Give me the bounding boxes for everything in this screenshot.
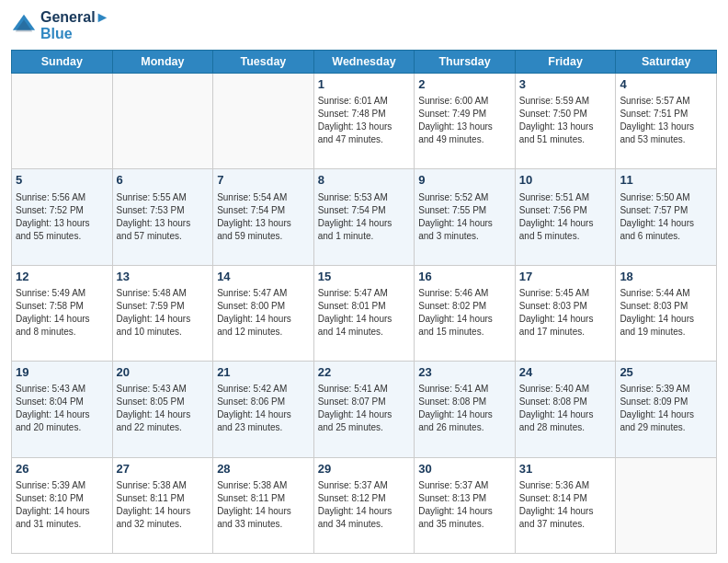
page: General► Blue SundayMondayTuesdayWednesd…: [0, 0, 728, 563]
day-info-line: Daylight: 14 hours: [418, 505, 511, 518]
day-info-line: Daylight: 14 hours: [519, 408, 612, 421]
day-number: 30: [418, 461, 511, 477]
weekday-header-sunday: Sunday: [12, 51, 113, 74]
day-info-line: Daylight: 14 hours: [519, 505, 612, 518]
day-info-line: Sunrise: 5:53 AM: [318, 191, 411, 204]
calendar-cell: 7Sunrise: 5:54 AMSunset: 7:54 PMDaylight…: [213, 169, 314, 265]
calendar-cell: [213, 74, 314, 169]
day-info-line: Daylight: 14 hours: [318, 505, 411, 518]
day-info-line: Daylight: 14 hours: [418, 313, 511, 326]
day-info-line: Sunrise: 5:43 AM: [16, 383, 108, 396]
weekday-header-thursday: Thursday: [415, 51, 516, 74]
day-info-line: Daylight: 13 hours: [117, 217, 210, 230]
day-info-line: Sunset: 8:07 PM: [318, 396, 411, 408]
day-info-line: Sunset: 8:00 PM: [217, 300, 310, 313]
calendar-cell: 1Sunrise: 6:01 AMSunset: 7:48 PMDaylight…: [313, 74, 415, 169]
day-info-line: and 33 minutes.: [217, 518, 310, 531]
day-info-line: Daylight: 14 hours: [217, 408, 310, 421]
day-info-line: Sunset: 8:11 PM: [217, 492, 310, 505]
calendar-week-row: 5Sunrise: 5:56 AMSunset: 7:52 PMDaylight…: [12, 169, 717, 265]
day-info-line: and 53 minutes.: [620, 133, 712, 146]
day-info-line: Daylight: 14 hours: [418, 408, 511, 421]
day-number: 3: [519, 76, 612, 93]
day-info-line: Daylight: 14 hours: [620, 217, 712, 230]
calendar-cell: 11Sunrise: 5:50 AMSunset: 7:57 PMDayligh…: [616, 169, 717, 265]
day-info-line: and 10 minutes.: [117, 326, 210, 339]
day-info-line: Sunset: 7:58 PM: [16, 300, 108, 313]
day-info-line: Sunset: 8:04 PM: [16, 396, 108, 408]
day-info-line: and 37 minutes.: [519, 518, 612, 531]
calendar-cell: [112, 74, 213, 169]
day-info-line: and 3 minutes.: [418, 230, 511, 243]
calendar-table: SundayMondayTuesdayWednesdayThursdayFrid…: [11, 50, 717, 554]
day-info-line: Daylight: 14 hours: [318, 313, 411, 326]
calendar-cell: 10Sunrise: 5:51 AMSunset: 7:56 PMDayligh…: [515, 169, 616, 265]
day-info-line: and 29 minutes.: [620, 421, 712, 434]
day-number: 21: [217, 364, 310, 381]
calendar-cell: 29Sunrise: 5:37 AMSunset: 8:12 PMDayligh…: [313, 457, 415, 553]
calendar-week-row: 1Sunrise: 6:01 AMSunset: 7:48 PMDaylight…: [12, 74, 717, 169]
day-info-line: Sunset: 8:13 PM: [418, 492, 511, 505]
calendar-week-row: 19Sunrise: 5:43 AMSunset: 8:04 PMDayligh…: [12, 362, 717, 457]
day-info-line: Sunset: 7:49 PM: [418, 108, 511, 121]
calendar-cell: [12, 74, 113, 169]
day-info-line: Daylight: 14 hours: [519, 313, 612, 326]
day-info-line: Daylight: 14 hours: [318, 217, 411, 230]
calendar-cell: 30Sunrise: 5:37 AMSunset: 8:13 PMDayligh…: [415, 457, 516, 553]
weekday-header-row: SundayMondayTuesdayWednesdayThursdayFrid…: [12, 51, 717, 74]
day-info-line: Sunset: 8:06 PM: [217, 396, 310, 408]
day-number: 12: [16, 269, 108, 285]
day-number: 16: [418, 269, 511, 285]
day-info-line: Sunrise: 5:40 AM: [519, 383, 612, 396]
day-info-line: Sunrise: 5:37 AM: [318, 479, 411, 492]
day-info-line: Daylight: 14 hours: [217, 313, 310, 326]
day-number: 10: [519, 172, 612, 189]
day-info-line: and 19 minutes.: [620, 326, 712, 339]
day-info-line: Sunrise: 5:39 AM: [620, 383, 712, 396]
day-info-line: Sunset: 7:54 PM: [318, 204, 411, 217]
day-number: 4: [620, 76, 712, 93]
day-number: 26: [16, 461, 108, 477]
day-info-line: and 6 minutes.: [620, 230, 712, 243]
day-info-line: Sunset: 8:14 PM: [519, 492, 612, 505]
calendar-cell: 6Sunrise: 5:55 AMSunset: 7:53 PMDaylight…: [112, 169, 213, 265]
day-info-line: and 34 minutes.: [318, 518, 411, 531]
day-info-line: and 57 minutes.: [117, 230, 210, 243]
calendar-cell: 2Sunrise: 6:00 AMSunset: 7:49 PMDaylight…: [415, 74, 516, 169]
day-info-line: Sunset: 7:55 PM: [418, 204, 511, 217]
weekday-header-monday: Monday: [112, 51, 213, 74]
day-number: 1: [318, 76, 411, 93]
day-info-line: and 12 minutes.: [217, 326, 310, 339]
day-info-line: Sunrise: 6:01 AM: [318, 95, 411, 108]
header: General► Blue: [11, 9, 717, 42]
day-info-line: Sunset: 7:48 PM: [318, 108, 411, 121]
day-number: 31: [519, 461, 612, 477]
day-info-line: and 31 minutes.: [16, 518, 108, 531]
day-info-line: Sunrise: 5:55 AM: [117, 191, 210, 204]
day-number: 24: [519, 364, 612, 381]
calendar-cell: 8Sunrise: 5:53 AMSunset: 7:54 PMDaylight…: [313, 169, 415, 265]
day-info-line: Sunset: 8:11 PM: [117, 492, 210, 505]
day-info-line: Sunset: 7:53 PM: [117, 204, 210, 217]
day-info-line: Sunset: 7:59 PM: [117, 300, 210, 313]
day-info-line: and 28 minutes.: [519, 421, 612, 434]
calendar-week-row: 12Sunrise: 5:49 AMSunset: 7:58 PMDayligh…: [12, 265, 717, 361]
day-info-line: and 26 minutes.: [418, 421, 511, 434]
day-info-line: and 32 minutes.: [117, 518, 210, 531]
day-info-line: Sunset: 8:08 PM: [519, 396, 612, 408]
calendar-cell: 21Sunrise: 5:42 AMSunset: 8:06 PMDayligh…: [213, 362, 314, 457]
calendar-cell: 4Sunrise: 5:57 AMSunset: 7:51 PMDaylight…: [616, 74, 717, 169]
day-info-line: Sunset: 7:52 PM: [16, 204, 108, 217]
day-info-line: Daylight: 13 hours: [519, 121, 612, 133]
day-info-line: Daylight: 14 hours: [217, 505, 310, 518]
day-info-line: Sunrise: 5:52 AM: [418, 191, 511, 204]
calendar-cell: 17Sunrise: 5:45 AMSunset: 8:03 PMDayligh…: [515, 265, 616, 361]
calendar-cell: 14Sunrise: 5:47 AMSunset: 8:00 PMDayligh…: [213, 265, 314, 361]
day-info-line: Sunrise: 5:41 AM: [418, 383, 511, 396]
day-number: 6: [117, 172, 210, 189]
day-info-line: Sunset: 8:03 PM: [620, 300, 712, 313]
day-info-line: Sunrise: 5:47 AM: [217, 287, 310, 300]
day-info-line: Sunrise: 5:57 AM: [620, 95, 712, 108]
day-info-line: and 8 minutes.: [16, 326, 108, 339]
day-info-line: Daylight: 13 hours: [620, 121, 712, 133]
